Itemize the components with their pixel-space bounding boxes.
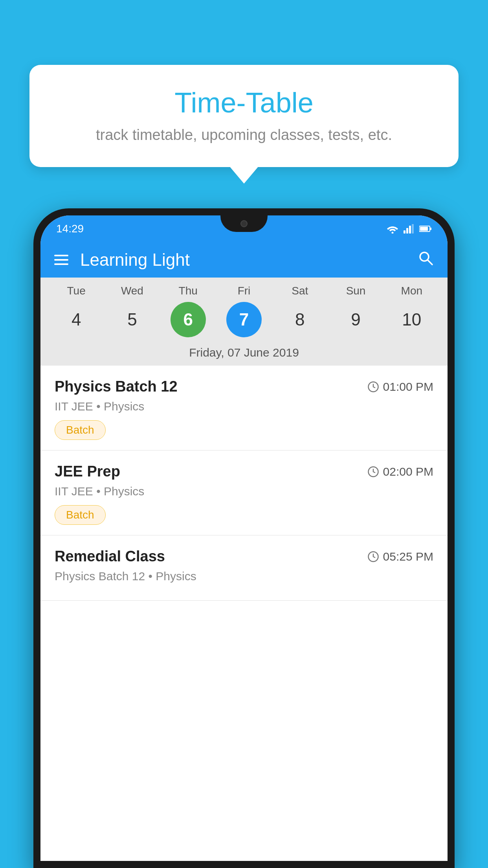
status-bar: 14:29 (40, 215, 448, 242)
status-icons (386, 224, 432, 234)
search-icon[interactable] (417, 250, 434, 270)
schedule-time-1: 01:00 PM (367, 380, 433, 394)
schedule-time-2: 02:00 PM (367, 465, 433, 478)
schedule-title-3: Remedial Class (55, 548, 165, 565)
day-header-sat[interactable]: Sat (282, 285, 317, 297)
tooltip-card: Time-Table track timetable, upcoming cla… (29, 65, 459, 167)
schedule-item-physics-batch-12[interactable]: Physics Batch 12 01:00 PM IIT JEE • Phys… (40, 366, 448, 451)
date-10[interactable]: 10 (394, 302, 429, 337)
app-bar: Learning Light (40, 242, 448, 278)
schedule-list: Physics Batch 12 01:00 PM IIT JEE • Phys… (40, 366, 448, 861)
notch (220, 215, 268, 232)
date-5[interactable]: 5 (114, 302, 150, 337)
batch-badge-2: Batch (55, 505, 106, 525)
day-header-mon[interactable]: Mon (394, 285, 429, 297)
clock-icon-1 (367, 381, 379, 393)
menu-icon[interactable] (54, 255, 68, 265)
schedule-sub-1: IIT JEE • Physics (55, 400, 433, 413)
date-6-today[interactable]: 6 (171, 302, 206, 337)
schedule-title-1: Physics Batch 12 (55, 378, 178, 395)
date-9[interactable]: 9 (338, 302, 374, 337)
calendar-strip: Tue Wed Thu Fri Sat Sun Mon 4 5 6 7 8 9 … (40, 278, 448, 366)
status-time: 14:29 (56, 223, 84, 235)
svg-rect-7 (420, 227, 428, 231)
schedule-title-2: JEE Prep (55, 463, 120, 480)
tooltip-subtitle: track timetable, upcoming classes, tests… (53, 127, 435, 143)
clock-icon-3 (367, 551, 379, 563)
svg-rect-4 (412, 224, 414, 234)
app-title: Learning Light (80, 250, 417, 270)
svg-rect-2 (406, 228, 408, 234)
signal-icon (404, 224, 415, 234)
day-header-wed[interactable]: Wed (114, 285, 150, 297)
wifi-icon (386, 224, 399, 234)
day-header-tue[interactable]: Tue (59, 285, 94, 297)
svg-point-0 (392, 232, 394, 234)
schedule-sub-2: IIT JEE • Physics (55, 485, 433, 498)
schedule-sub-3: Physics Batch 12 • Physics (55, 570, 433, 583)
svg-rect-1 (404, 230, 405, 234)
day-headers: Tue Wed Thu Fri Sat Sun Mon (40, 285, 448, 297)
schedule-item-remedial-class[interactable]: Remedial Class 05:25 PM Physics Batch 12… (40, 535, 448, 601)
day-numbers: 4 5 6 7 8 9 10 (40, 302, 448, 337)
day-header-thu[interactable]: Thu (171, 285, 206, 297)
schedule-item-header-3: Remedial Class 05:25 PM (55, 548, 433, 565)
date-4[interactable]: 4 (59, 302, 94, 337)
svg-rect-3 (409, 226, 411, 234)
svg-line-9 (428, 260, 433, 265)
day-header-sun[interactable]: Sun (338, 285, 374, 297)
phone-screen: 14:29 (40, 215, 448, 861)
svg-rect-6 (430, 228, 431, 230)
camera (240, 220, 248, 227)
day-header-fri[interactable]: Fri (226, 285, 262, 297)
clock-icon-2 (367, 466, 379, 478)
schedule-item-jee-prep[interactable]: JEE Prep 02:00 PM IIT JEE • Physics Batc… (40, 451, 448, 535)
date-8[interactable]: 8 (282, 302, 317, 337)
schedule-item-header-1: Physics Batch 12 01:00 PM (55, 378, 433, 395)
date-7-selected[interactable]: 7 (226, 302, 262, 337)
selected-date-label: Friday, 07 June 2019 (40, 343, 448, 366)
schedule-item-header-2: JEE Prep 02:00 PM (55, 463, 433, 480)
batch-badge-1: Batch (55, 420, 106, 440)
schedule-time-3: 05:25 PM (367, 550, 433, 563)
phone-mockup: 14:29 (33, 208, 455, 868)
battery-icon (419, 225, 432, 232)
tooltip-title: Time-Table (53, 86, 435, 119)
